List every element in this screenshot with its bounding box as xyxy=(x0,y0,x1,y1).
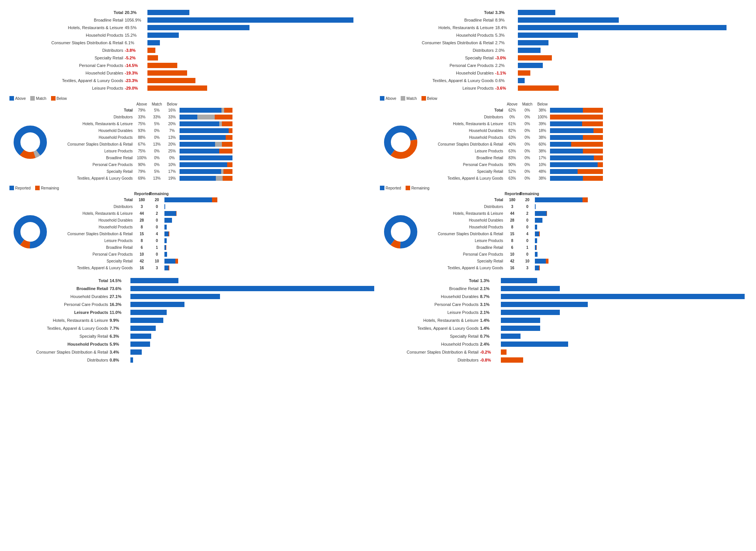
sc-seg-orange xyxy=(222,142,232,147)
sc-row-label: Total xyxy=(421,108,505,112)
rp-bar-track xyxy=(164,225,217,230)
sf-label: Household Products xyxy=(11,342,110,346)
sc-row-match: 0% xyxy=(520,122,535,126)
sc-row-above: 62% xyxy=(505,108,520,112)
sc-row: Textiles, Apparel & Luxury Goods69%13%19… xyxy=(51,175,376,181)
sc-row-above: 75% xyxy=(134,149,149,153)
bar-track xyxy=(147,10,374,15)
rep-rev-legend-remaining: Remaining xyxy=(406,186,429,190)
sf-row: Total14.5% xyxy=(11,277,374,284)
rp-header-reported: Reported xyxy=(505,192,520,196)
sc-row-above: 90% xyxy=(505,163,520,167)
rp-row-label: Distributors xyxy=(421,205,505,209)
rp-seg-blue xyxy=(535,252,538,257)
sf-row: Textiles, Apparel & Luxury Goods7.7% xyxy=(11,325,374,332)
sc-row-label: Hotels, Restaurants & Leisure xyxy=(51,122,134,126)
sc-seg-blue xyxy=(550,142,571,147)
bar-track xyxy=(518,10,745,15)
sc-bar-track xyxy=(180,155,232,160)
sf-label: Hotels, Restaurants & Leisure xyxy=(382,318,480,323)
sc-bar-track xyxy=(180,128,232,133)
sc-row-label: Consumer Staples Distribution & Retail xyxy=(51,142,134,146)
bar-track xyxy=(147,85,374,91)
bar-row: Personal Care Products-14.5% xyxy=(11,62,374,69)
sc-row-below: 25% xyxy=(164,149,180,153)
sf-bar-fill xyxy=(501,349,507,355)
sf-row: Household Durables8.7% xyxy=(382,293,745,300)
rep-rev-legend-blue xyxy=(380,186,384,190)
rp-seg-orange xyxy=(176,211,177,216)
sc-row: Total79%5%16% xyxy=(51,107,376,113)
rp-seg-blue xyxy=(164,197,212,202)
legend-match-label: Match xyxy=(36,96,46,101)
sc-bar-track xyxy=(180,142,232,147)
bar-label: Personal Care Products xyxy=(11,63,125,68)
sc-row: Broadline Retail100%0%0% xyxy=(51,155,376,161)
sc-row-match: 0% xyxy=(520,156,535,160)
sc-row: Distributors0%0%100% xyxy=(421,114,747,120)
sf-label: Broadline Retail xyxy=(382,286,480,291)
sf-label: Broadline Retail xyxy=(11,286,110,291)
rp-row-reported: 8 xyxy=(505,239,520,243)
sf-value: 11.0% xyxy=(110,310,130,315)
sc-row-label: Household Products xyxy=(51,135,134,140)
sf-row: Hotels, Restaurants & Leisure9.9% xyxy=(11,317,374,324)
sc-seg-blue xyxy=(180,169,221,174)
rp-row: Textiles, Apparel & Luxury Goods163 xyxy=(421,265,747,271)
donut-svg-rep-earnings xyxy=(11,213,49,251)
sf-value: 7.7% xyxy=(110,326,130,331)
rp-bar-track xyxy=(535,245,588,250)
sc-row-match: 5% xyxy=(149,169,164,174)
sf-bar-track xyxy=(501,302,745,307)
rp-row: Household Products80 xyxy=(51,224,376,230)
sc-row: Total62%0%38% xyxy=(421,107,747,113)
sc-row-below: 13% xyxy=(164,135,180,140)
bar-value: 2.2% xyxy=(495,63,518,68)
sc-row: Consumer Staples Distribution & Retail40… xyxy=(421,141,747,147)
sc-row-label: Household Durables xyxy=(51,129,134,133)
sc-seg-orange xyxy=(583,176,603,181)
bar-value: 2.7% xyxy=(495,40,518,45)
legend-below-label: Below xyxy=(57,96,67,101)
sc-row: Household Products88%0%13% xyxy=(51,134,376,140)
bar-label: Textiles, Apparel & Luxury Goods xyxy=(11,78,125,83)
rp-row-remaining: 0 xyxy=(149,252,164,256)
rp-row: Consumer Staples Distribution & Retail15… xyxy=(421,231,747,237)
bar-label: Distributors xyxy=(382,48,495,53)
sc-seg-blue xyxy=(180,142,215,147)
sc-bar-track xyxy=(180,121,232,126)
sf-row: Textiles, Apparel & Luxury Goods1.4% xyxy=(382,325,745,332)
rp-row-remaining: 2 xyxy=(520,211,535,216)
bar-value: 5.3% xyxy=(495,33,518,37)
rp-row: Leisure Products80 xyxy=(421,237,747,244)
legend-below: Below xyxy=(51,96,67,101)
rev-legend-above: Above xyxy=(380,96,396,101)
bar-value: 3.3% xyxy=(495,10,518,15)
rp-row-reported: 180 xyxy=(134,198,149,202)
sf-label: Distributors xyxy=(382,358,480,362)
sc-seg-blue xyxy=(180,176,216,181)
rp-row-label: Hotels, Restaurants & Leisure xyxy=(51,211,134,216)
sf-bar-fill xyxy=(130,334,151,339)
bar-value: -3.8% xyxy=(125,48,147,53)
rp-row: Broadline Retail61 xyxy=(421,244,747,250)
bar-label: Specialty Retail xyxy=(382,56,495,60)
sc-row-below: 38% xyxy=(535,108,550,112)
sc-bar-track xyxy=(550,108,603,113)
bar-value: 1056.9% xyxy=(125,18,147,22)
scorecard-revenue-table: Above Match Below Total62%0%38%Distribut… xyxy=(421,102,747,182)
rp-seg-orange xyxy=(536,245,537,250)
sf-value: 1.4% xyxy=(480,326,501,331)
sf-bar-track xyxy=(130,341,374,347)
sf-row: Personal Care Products16.3% xyxy=(11,301,374,308)
sc-row-below: 10% xyxy=(164,163,180,167)
sf-label: Personal Care Products xyxy=(382,302,480,307)
bar-fill xyxy=(518,63,543,68)
sc-row-below: 17% xyxy=(164,169,180,174)
sc-row-below: 38% xyxy=(535,149,550,153)
rp-row-label: Textiles, Apparel & Luxury Goods xyxy=(51,266,134,270)
sc-seg-gray xyxy=(222,108,224,113)
rp-row-reported: 16 xyxy=(134,266,149,270)
sc-bar-track xyxy=(180,169,232,174)
sc-seg-blue xyxy=(550,155,594,160)
